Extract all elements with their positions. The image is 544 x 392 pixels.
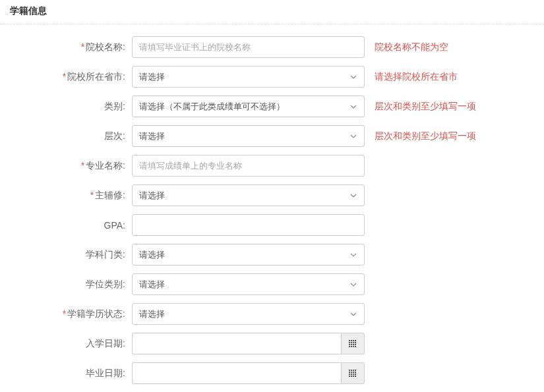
grad-date-input[interactable] bbox=[132, 362, 341, 384]
province-select[interactable]: 请选择 bbox=[132, 66, 365, 88]
minor-select[interactable]: 请选择 bbox=[132, 184, 365, 206]
svg-rect-8 bbox=[349, 344, 350, 345]
error-province: 请选择院校所在省市 bbox=[365, 71, 458, 83]
label-gpa: GPA: bbox=[10, 220, 132, 231]
label-subject: 学科门类: bbox=[10, 249, 132, 261]
error-category: 层次和类别至少填写一项 bbox=[365, 101, 476, 113]
required-mark: * bbox=[63, 308, 66, 319]
svg-rect-15 bbox=[355, 346, 356, 347]
label-text: 学科门类: bbox=[86, 249, 125, 260]
svg-rect-22 bbox=[353, 372, 354, 373]
row-minor: *主辅修: 请选择 bbox=[0, 184, 544, 206]
error-school-name: 院校名称不能为空 bbox=[365, 42, 448, 53]
label-text: 学位类别: bbox=[86, 279, 125, 289]
label-major: *专业名称: bbox=[10, 160, 132, 172]
chevron-down-icon bbox=[349, 251, 357, 259]
required-mark: * bbox=[81, 160, 84, 171]
label-province: *院校所在省市: bbox=[10, 71, 132, 83]
label-status: *学籍学历状态: bbox=[10, 308, 132, 320]
chevron-down-icon bbox=[349, 73, 357, 81]
status-select[interactable]: 请选择 bbox=[132, 303, 365, 325]
svg-rect-3 bbox=[355, 340, 356, 341]
required-mark: * bbox=[90, 190, 94, 200]
svg-rect-10 bbox=[353, 344, 354, 345]
school-name-input[interactable] bbox=[132, 36, 365, 58]
select-value: 请选择 bbox=[139, 190, 165, 202]
chevron-down-icon bbox=[349, 310, 357, 318]
level-select[interactable]: 请选择 bbox=[132, 125, 365, 147]
label-text: 入学日期: bbox=[86, 338, 125, 349]
row-status: *学籍学历状态: 请选择 bbox=[0, 303, 544, 325]
label-enroll-date: 入学日期: bbox=[10, 338, 132, 350]
major-input[interactable] bbox=[132, 155, 365, 177]
label-text: GPA: bbox=[104, 220, 125, 231]
select-value: 请选择 bbox=[139, 308, 165, 320]
svg-rect-20 bbox=[349, 372, 350, 373]
label-degree-type: 学位类别: bbox=[10, 279, 132, 291]
label-text: 主辅修: bbox=[95, 190, 125, 200]
label-text: 学籍学历状态: bbox=[67, 308, 125, 319]
degree-type-select[interactable]: 请选择 bbox=[132, 273, 365, 295]
section-title: 学籍信息 bbox=[0, 0, 544, 24]
svg-rect-9 bbox=[351, 344, 352, 345]
svg-rect-16 bbox=[349, 370, 350, 371]
category-select[interactable]: 请选择（不属于此类成绩单可不选择） bbox=[132, 96, 365, 117]
row-major: *专业名称: bbox=[0, 155, 544, 177]
row-province: *院校所在省市: 请选择 请选择院校所在省市 bbox=[0, 66, 544, 88]
select-value: 请选择（不属于此类成绩单可不选择） bbox=[139, 101, 285, 113]
label-level: 层次: bbox=[10, 130, 132, 142]
label-text: 毕业日期: bbox=[86, 368, 125, 378]
row-grad-date: 毕业日期: bbox=[0, 362, 544, 384]
svg-rect-7 bbox=[355, 342, 356, 343]
calendar-icon bbox=[348, 339, 357, 349]
svg-rect-19 bbox=[355, 370, 356, 371]
chevron-down-icon bbox=[349, 281, 357, 289]
enroll-date-input[interactable] bbox=[132, 333, 341, 354]
row-category: 类别: 请选择（不属于此类成绩单可不选择） 层次和类别至少填写一项 bbox=[0, 96, 544, 117]
required-mark: * bbox=[63, 71, 66, 82]
svg-rect-12 bbox=[349, 346, 350, 347]
row-enroll-date: 入学日期: bbox=[0, 333, 544, 354]
svg-rect-27 bbox=[355, 374, 356, 375]
svg-rect-25 bbox=[351, 374, 352, 375]
error-level: 层次和类别至少填写一项 bbox=[365, 130, 476, 142]
label-text: 专业名称: bbox=[86, 160, 125, 171]
select-value: 请选择 bbox=[139, 279, 165, 291]
label-grad-date: 毕业日期: bbox=[10, 368, 132, 379]
svg-rect-26 bbox=[353, 374, 354, 375]
select-value: 请选择 bbox=[139, 130, 165, 142]
row-subject: 学科门类: 请选择 bbox=[0, 244, 544, 266]
svg-rect-17 bbox=[351, 370, 352, 371]
svg-rect-11 bbox=[355, 344, 356, 345]
row-level: 层次: 请选择 层次和类别至少填写一项 bbox=[0, 125, 544, 147]
subject-select[interactable]: 请选择 bbox=[132, 244, 365, 266]
svg-rect-23 bbox=[355, 372, 356, 373]
label-category: 类别: bbox=[10, 101, 132, 113]
svg-rect-14 bbox=[353, 346, 354, 347]
svg-rect-4 bbox=[349, 342, 350, 343]
row-gpa: GPA: bbox=[0, 214, 544, 236]
chevron-down-icon bbox=[349, 132, 357, 140]
label-text: 院校名称: bbox=[86, 42, 125, 52]
grad-date-picker-button[interactable] bbox=[341, 362, 365, 384]
svg-rect-5 bbox=[351, 342, 352, 343]
label-text: 类别: bbox=[104, 101, 125, 111]
label-minor: *主辅修: bbox=[10, 190, 132, 202]
svg-rect-0 bbox=[349, 340, 350, 341]
gpa-input[interactable] bbox=[132, 214, 365, 236]
select-value: 请选择 bbox=[139, 71, 165, 83]
svg-rect-30 bbox=[353, 376, 354, 377]
required-mark: * bbox=[81, 42, 84, 52]
svg-rect-18 bbox=[353, 370, 354, 371]
label-text: 层次: bbox=[104, 130, 125, 141]
enroll-date-picker-button[interactable] bbox=[341, 333, 365, 354]
svg-rect-13 bbox=[351, 346, 352, 347]
svg-rect-24 bbox=[349, 374, 350, 375]
row-degree-type: 学位类别: 请选择 bbox=[0, 273, 544, 295]
chevron-down-icon bbox=[349, 103, 357, 111]
calendar-icon bbox=[348, 369, 357, 378]
svg-rect-1 bbox=[351, 340, 352, 341]
svg-rect-21 bbox=[351, 372, 352, 373]
row-school-name: *院校名称: 院校名称不能为空 bbox=[0, 36, 544, 58]
svg-rect-28 bbox=[349, 376, 350, 377]
